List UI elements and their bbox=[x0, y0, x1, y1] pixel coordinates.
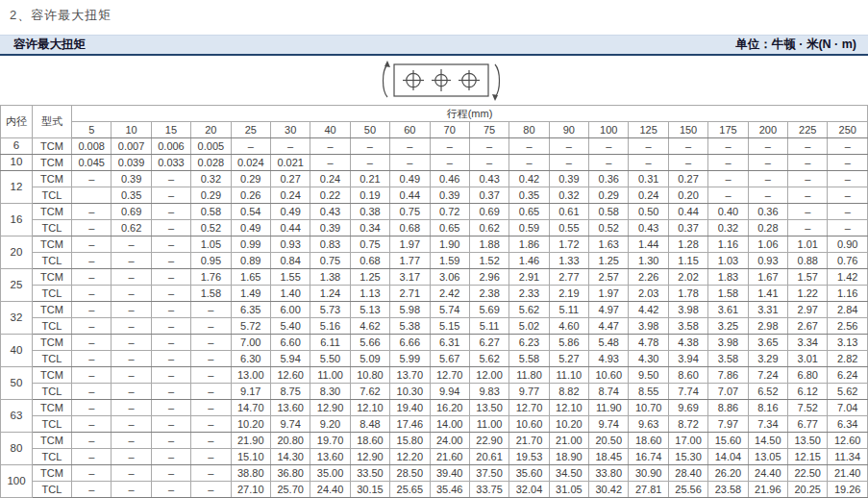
col-header-stroke-group: 行程(mm) bbox=[72, 106, 868, 122]
torque-value-25-tcl-5: – bbox=[72, 286, 112, 302]
torque-value-25-tcm-175: 1.83 bbox=[708, 269, 748, 286]
torque-value-40-tcl-5: – bbox=[72, 351, 112, 367]
table-row-bore-80-tcm: 80TCM––––21.9020.8019.7018.6015.8024.002… bbox=[1, 433, 868, 449]
torque-value-16-tcm-15: – bbox=[151, 204, 190, 220]
torque-value-50-tcm-60: 13.70 bbox=[390, 367, 430, 384]
torque-value-16-tcm-100: 0.58 bbox=[589, 204, 629, 220]
torque-value-20-tcl-50: 0.68 bbox=[350, 253, 389, 269]
torque-value-6-tcm-25: – bbox=[231, 138, 270, 155]
torque-value-6-tcm-70: – bbox=[430, 138, 469, 155]
torque-value-80-tcm-90: 21.00 bbox=[549, 433, 588, 449]
catalog-page: 2、容许最大扭矩 容许最大扭矩 单位：牛顿 · 米(N · m) bbox=[0, 0, 868, 498]
torque-value-40-tcl-250: 2.82 bbox=[828, 351, 868, 367]
torque-value-80-tcm-150: 17.00 bbox=[668, 433, 707, 449]
col-header-stroke-20: 20 bbox=[191, 122, 231, 138]
torque-value-12-tcm-100: 0.36 bbox=[589, 171, 629, 187]
type-value: TCM bbox=[33, 433, 72, 449]
torque-value-25-tcl-90: 2.19 bbox=[549, 286, 588, 302]
torque-value-100-tcm-20: – bbox=[191, 465, 231, 482]
torque-value-6-tcm-100: – bbox=[589, 138, 629, 155]
torque-value-6-tcm-225: – bbox=[788, 138, 828, 155]
torque-value-32-tcl-200: 2.98 bbox=[748, 318, 787, 335]
type-value: TCM bbox=[33, 302, 72, 318]
table-row-bore-10-tcm: 10TCM0.0450.0390.0330.0280.0240.021–––––… bbox=[1, 155, 868, 171]
torque-value-80-tcm-25: 21.90 bbox=[231, 433, 270, 449]
arrowhead-left bbox=[384, 61, 390, 67]
table-row-bore-80-tcl: TCL––––15.1014.3013.6012.9012.2021.6020.… bbox=[1, 449, 868, 465]
torque-value-40-tcl-40: 5.50 bbox=[310, 351, 350, 367]
torque-value-63-tcm-40: 12.90 bbox=[310, 400, 350, 416]
torque-value-25-tcl-25: 1.49 bbox=[231, 286, 270, 302]
torque-value-100-tcm-15: – bbox=[151, 465, 190, 482]
table-row-bore-25-tcl: TCL–––1.581.491.401.241.132.712.422.382.… bbox=[1, 286, 868, 302]
torque-value-12-tcl-10: 0.35 bbox=[112, 187, 151, 204]
torque-value-50-tcm-175: 7.86 bbox=[708, 367, 748, 384]
torque-value-10-tcm-60: – bbox=[390, 155, 430, 171]
table-header-row-group: 内径 型式 行程(mm) bbox=[1, 106, 868, 122]
torque-value-16-tcl-25: 0.49 bbox=[231, 220, 270, 237]
torque-value-80-tcm-60: 15.80 bbox=[390, 433, 430, 449]
torque-value-40-tcm-10: – bbox=[112, 335, 151, 351]
torque-value-32-tcm-70: 5.74 bbox=[430, 302, 469, 318]
torque-value-63-tcm-60: 19.40 bbox=[390, 400, 430, 416]
torque-value-50-tcl-30: 8.75 bbox=[270, 384, 310, 400]
torque-value-40-tcl-20: – bbox=[191, 351, 231, 367]
torque-value-63-tcl-50: 8.48 bbox=[350, 416, 389, 433]
torque-value-100-tcm-60: 28.50 bbox=[390, 465, 430, 482]
torque-value-25-tcm-25: 1.65 bbox=[231, 269, 270, 286]
type-value: TCM bbox=[33, 465, 72, 482]
torque-value-100-tcm-50: 33.50 bbox=[350, 465, 389, 482]
torque-value-100-tcl-250: 19.26 bbox=[828, 482, 868, 498]
torque-value-40-tcm-90: 5.86 bbox=[549, 335, 588, 351]
torque-value-10-tcm-10: 0.039 bbox=[112, 155, 151, 171]
table-row-bore-16-tcm: 16TCM–0.69–0.580.540.490.430.380.750.720… bbox=[1, 204, 868, 220]
torque-value-63-tcl-60: 17.46 bbox=[390, 416, 430, 433]
table-row-bore-12-tcm: 12TCM–0.39–0.320.290.270.240.210.490.460… bbox=[1, 171, 868, 187]
torque-value-50-tcm-50: 10.80 bbox=[350, 367, 389, 384]
torque-value-63-tcm-5: – bbox=[72, 400, 112, 416]
torque-value-32-tcm-15: – bbox=[151, 302, 190, 318]
torque-value-12-tcm-10: 0.39 bbox=[112, 171, 151, 187]
torque-value-25-tcm-40: 1.38 bbox=[310, 269, 350, 286]
torque-value-25-tcl-150: 1.78 bbox=[668, 286, 707, 302]
col-header-stroke-40: 40 bbox=[310, 122, 350, 138]
torque-value-25-tcm-50: 1.25 bbox=[350, 269, 389, 286]
col-header-stroke-60: 60 bbox=[390, 122, 430, 138]
torque-value-20-tcm-200: 1.06 bbox=[748, 237, 787, 253]
torque-value-16-tcm-225: – bbox=[788, 204, 828, 220]
bore-value: 12 bbox=[1, 171, 33, 204]
torque-value-32-tcm-25: 6.35 bbox=[231, 302, 270, 318]
torque-value-25-tcl-70: 2.42 bbox=[430, 286, 469, 302]
torque-value-40-tcm-200: 3.65 bbox=[748, 335, 787, 351]
torque-value-20-tcl-60: 1.77 bbox=[390, 253, 430, 269]
torque-value-40-tcl-30: 5.94 bbox=[270, 351, 310, 367]
torque-value-80-tcl-30: 14.30 bbox=[270, 449, 310, 465]
torque-value-32-tcl-60: 5.38 bbox=[390, 318, 430, 335]
table-row-bore-20-tcm: 20TCM–––1.050.990.930.830.751.971.901.88… bbox=[1, 237, 868, 253]
torque-value-20-tcl-25: 0.89 bbox=[231, 253, 270, 269]
col-header-stroke-125: 125 bbox=[629, 122, 668, 138]
torque-value-40-tcl-75: 5.62 bbox=[469, 351, 508, 367]
table-row-bore-32-tcm: 32TCM––––6.356.005.735.135.985.745.695.6… bbox=[1, 302, 868, 318]
torque-value-20-tcl-80: 1.46 bbox=[509, 253, 549, 269]
torque-value-12-tcm-50: 0.21 bbox=[350, 171, 389, 187]
torque-value-32-tcm-100: 4.97 bbox=[589, 302, 629, 318]
torque-value-32-tcm-50: 5.13 bbox=[350, 302, 389, 318]
torque-value-16-tcm-175: 0.40 bbox=[708, 204, 748, 220]
torque-value-32-tcm-200: 3.31 bbox=[748, 302, 787, 318]
torque-value-32-tcm-40: 5.73 bbox=[310, 302, 350, 318]
torque-value-40-tcl-50: 5.09 bbox=[350, 351, 389, 367]
torque-value-12-tcl-90: 0.32 bbox=[549, 187, 588, 204]
torque-value-50-tcl-20: – bbox=[191, 384, 231, 400]
torque-value-80-tcl-70: 21.60 bbox=[430, 449, 469, 465]
torque-value-100-tcl-5: – bbox=[72, 482, 112, 498]
torque-value-6-tcm-20: 0.005 bbox=[191, 138, 231, 155]
table-row-bore-50-tcl: TCL––––9.178.758.307.6210.309.949.839.77… bbox=[1, 384, 868, 400]
torque-value-40-tcm-20: – bbox=[191, 335, 231, 351]
torque-value-10-tcm-30: 0.021 bbox=[270, 155, 310, 171]
torque-value-10-tcm-100: – bbox=[589, 155, 629, 171]
torque-value-32-tcl-225: 2.67 bbox=[788, 318, 828, 335]
torque-value-63-tcl-70: 14.00 bbox=[430, 416, 469, 433]
torque-value-50-tcm-25: 13.00 bbox=[231, 367, 270, 384]
bore-value: 32 bbox=[1, 302, 33, 335]
